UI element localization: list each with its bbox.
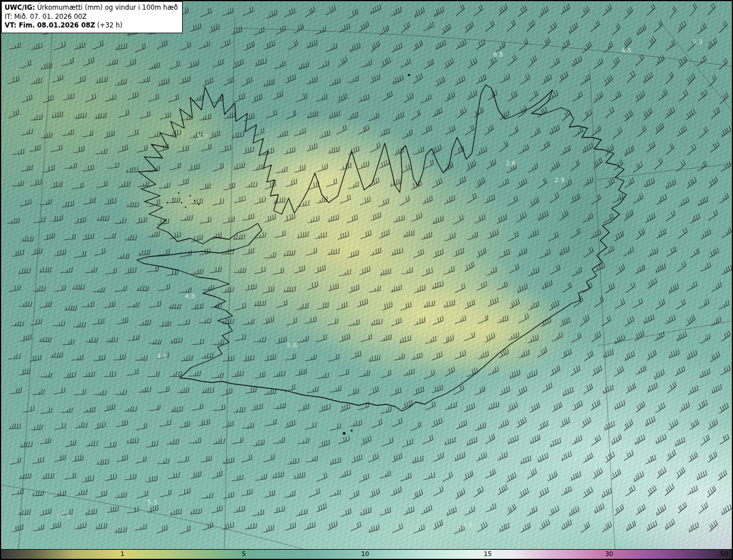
colorbar-tick: 10: [361, 550, 369, 558]
weather-map-window: 5.34.56.85.72.62.94.85.64.310.45.310.94.…: [0, 0, 733, 560]
colorbar-tick: 50: [720, 550, 728, 558]
map-canvas: [1, 1, 733, 552]
legend-init-time: IT: Mið. 07. 01. 2026 00Z: [5, 13, 178, 22]
colorbar-tick: 5: [242, 550, 246, 558]
legend-valid-time-offset: (+32 h): [95, 21, 123, 29]
legend-valid-time-main: VT: Fim. 08.01.2026 08Z: [5, 21, 95, 29]
legend-box: UWC/IG: Úrkomumætti (mm) og vindur i 100…: [1, 1, 183, 33]
wind-barbs-layer: [8, 3, 732, 534]
legend-valid-time: VT: Fim. 08.01.2026 08Z (+32 h): [5, 21, 178, 30]
iceland-coastline: [137, 85, 626, 411]
colorbar-tick: 30: [605, 550, 613, 558]
precipitation-colorbar: 1510153050: [1, 549, 732, 559]
legend-line-title: UWC/IG: Úrkomumætti (mm) og vindur i 100…: [5, 3, 178, 13]
legend-model-id: UWC/IG:: [5, 3, 35, 11]
colorbar-tick: 1: [120, 550, 124, 558]
colorbar-tick: 15: [484, 550, 492, 558]
graticule: [1, 1, 733, 552]
legend-product-name: Úrkomumætti (mm) og vindur i 100m hæð: [35, 3, 178, 11]
